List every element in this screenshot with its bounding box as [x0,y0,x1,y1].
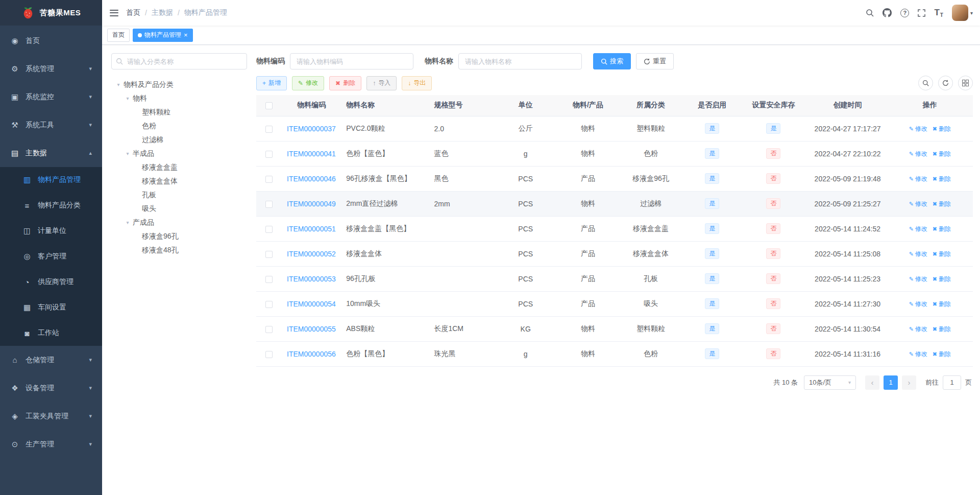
material-name-input[interactable] [458,53,582,69]
row-delete-button[interactable]: ✖删除 [933,350,951,359]
row-checkbox[interactable] [265,301,273,308]
row-edit-button[interactable]: ✎修改 [909,300,927,309]
import-button[interactable]: ↑导入 [366,76,397,90]
tree-node[interactable]: 移液盒盒盖 [111,160,247,174]
sidebar-item-production-management[interactable]: ⊙生产管理▾ [0,430,102,458]
row-edit-button[interactable]: ✎修改 [909,350,927,359]
row-edit-button[interactable]: ✎修改 [909,150,927,158]
row-delete-button[interactable]: ✖删除 [933,275,951,284]
material-code-link[interactable]: ITEM00000055 [287,325,336,333]
tree-node[interactable]: ▾物料 [111,91,247,105]
breadcrumb-item[interactable]: 首页 [126,8,140,17]
table-row[interactable]: ITEM0000004696孔移液盒【黑色】黑色PCS产品移液盒96孔是否202… [256,166,973,191]
table-row[interactable]: ITEM00000037PVC2.0颗粒2.0公斤物料塑料颗粒是是2022-04… [256,116,973,141]
row-checkbox[interactable] [265,126,273,133]
tree-node[interactable]: 吸头 [111,202,247,216]
row-edit-button[interactable]: ✎修改 [909,275,927,284]
delete-button[interactable]: ✖删除 [329,76,361,90]
app-logo[interactable]: 苦糖果MES [0,0,102,26]
row-edit-button[interactable]: ✎修改 [909,325,927,334]
row-edit-button[interactable]: ✎修改 [909,250,927,258]
breadcrumb-item[interactable]: 主数据 [152,8,173,17]
table-row[interactable]: ITEM00000041色粉【蓝色】蓝色g物料色粉是否2022-04-27 22… [256,141,973,166]
sidebar-item-master-data[interactable]: ▤主数据▴ [0,139,102,167]
row-delete-button[interactable]: ✖删除 [933,125,951,133]
tree-node[interactable]: 移液盒48孔 [111,243,247,257]
edit-button[interactable]: ✎修改 [292,76,324,90]
export-button[interactable]: ↓导出 [402,76,432,90]
page-number-button[interactable]: 1 [884,375,898,390]
tree-node[interactable]: 塑料颗粒 [111,105,247,119]
material-code-link[interactable]: ITEM00000051 [287,225,336,233]
material-code-input[interactable] [290,53,413,69]
sidebar-item-system-tools[interactable]: ⚒系统工具▾ [0,111,102,139]
tree-node[interactable]: 色粉 [111,119,247,133]
material-code-link[interactable]: ITEM00000052 [287,250,336,258]
fullscreen-icon[interactable] [918,9,925,17]
goto-page-input[interactable] [943,375,961,390]
sidebar-item-workstation[interactable]: ◙工作站 [0,320,102,346]
close-icon[interactable]: × [184,32,188,38]
tree-node[interactable]: ▾产成品 [111,216,247,229]
next-page-button[interactable]: › [902,375,916,390]
github-icon[interactable] [883,8,892,17]
table-row[interactable]: ITEM0000005396孔孔板PCS产品孔板是否2022-05-14 11:… [256,266,973,291]
table-row[interactable]: ITEM00000056色粉【黑色】珠光黑g物料色粉是否2022-05-14 1… [256,341,973,366]
row-checkbox[interactable] [265,151,273,158]
sidebar-item-system-monitor[interactable]: ▣系统监控▾ [0,83,102,111]
row-delete-button[interactable]: ✖删除 [933,175,951,183]
material-code-link[interactable]: ITEM00000037 [287,125,336,133]
add-button[interactable]: +新增 [256,76,287,90]
sidebar-item-home[interactable]: ◉首页 [0,27,102,55]
tab-item[interactable]: 物料产品管理× [133,29,193,42]
sidebar-toggle-button[interactable] [102,0,126,26]
row-checkbox[interactable] [265,326,273,333]
page-size-select[interactable]: 10条/页 ▾ [804,375,856,390]
select-all-checkbox[interactable] [265,102,273,109]
sidebar-item-supplier-management[interactable]: ◔供应商管理 [0,269,102,295]
row-delete-button[interactable]: ✖删除 [933,325,951,334]
row-checkbox[interactable] [265,201,273,208]
row-checkbox[interactable] [265,351,273,358]
sidebar-item-workshop-settings[interactable]: ▦车间设置 [0,295,102,320]
table-row[interactable]: ITEM0000005410mm吸头PCS产品吸头是否2022-05-14 11… [256,291,973,316]
search-button[interactable]: 搜索 [593,53,631,69]
category-search-input[interactable] [111,53,247,69]
user-menu[interactable]: ▾ [952,5,973,21]
row-checkbox[interactable] [265,251,273,258]
material-code-link[interactable]: ITEM00000041 [287,150,336,158]
tree-node[interactable]: 移液盒96孔 [111,229,247,243]
material-code-link[interactable]: ITEM00000056 [287,350,336,358]
row-checkbox[interactable] [265,276,273,283]
material-code-link[interactable]: ITEM00000054 [287,300,336,308]
tree-node[interactable]: 过滤棉 [111,133,247,147]
help-icon[interactable]: ? [900,9,909,17]
row-delete-button[interactable]: ✖删除 [933,150,951,158]
row-edit-button[interactable]: ✎修改 [909,200,927,208]
row-checkbox[interactable] [265,176,273,183]
tree-node[interactable]: 孔板 [111,188,247,202]
tree-node[interactable]: ▾物料及产品分类 [111,78,247,91]
sidebar-item-measurement-unit[interactable]: ◫计量单位 [0,218,102,244]
header-search-icon[interactable] [866,9,874,17]
table-row[interactable]: ITEM00000052移液盒盒体PCS产品移液盒盒体是否2022-05-14 … [256,241,973,266]
row-edit-button[interactable]: ✎修改 [909,125,927,133]
column-settings-button[interactable] [958,76,973,90]
breadcrumb-item[interactable]: 物料产品管理 [184,8,227,17]
tab-item[interactable]: 首页 [107,29,130,42]
table-row[interactable]: ITEM00000055ABS颗粒长度1CMKG物料塑料颗粒是否2022-05-… [256,316,973,341]
prev-page-button[interactable]: ‹ [865,375,879,390]
row-delete-button[interactable]: ✖删除 [933,200,951,208]
material-code-link[interactable]: ITEM00000046 [287,175,336,183]
sidebar-item-material-product-category[interactable]: ≡物料产品分类 [0,193,102,218]
material-code-link[interactable]: ITEM00000049 [287,200,336,208]
refresh-button[interactable] [938,76,953,90]
sidebar-item-warehouse-management[interactable]: ⌂仓储管理▾ [0,346,102,374]
sidebar-item-customer-management[interactable]: ◎客户管理 [0,244,102,269]
sidebar-item-fixture-management[interactable]: ◈工装夹具管理▾ [0,402,102,430]
table-row[interactable]: ITEM000000492mm直径过滤棉2mmPCS物料过滤棉是否2022-05… [256,191,973,216]
tree-node[interactable]: 移液盒盒体 [111,174,247,188]
sidebar-item-material-product-management[interactable]: ▥物料产品管理 [0,167,102,193]
font-size-icon[interactable]: TT [934,8,943,18]
table-row[interactable]: ITEM00000051移液盒盒盖【黑色】PCS产品移液盒盒盖是否2022-05… [256,216,973,241]
